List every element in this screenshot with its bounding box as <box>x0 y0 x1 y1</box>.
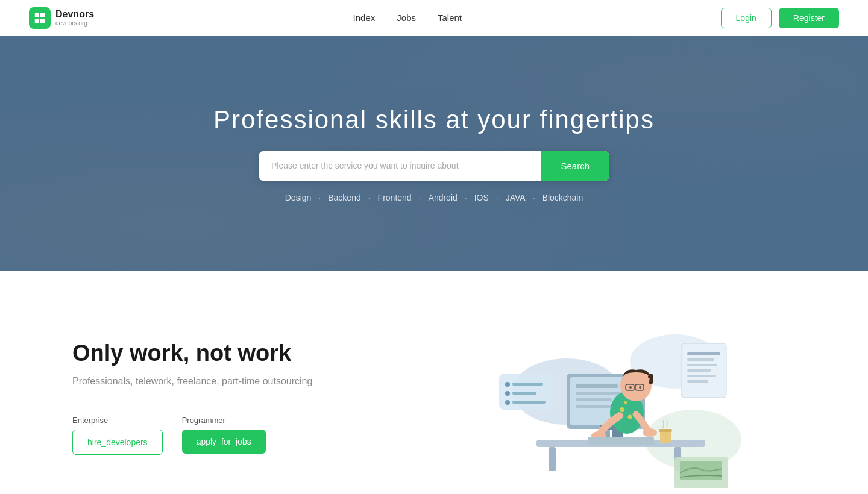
section-ctas: Enterprise hire_developers Programmer ap… <box>72 416 434 455</box>
hero-title: Professional skills at your fingertips <box>0 105 868 134</box>
section-heading: Only work, not work <box>72 340 434 366</box>
svg-rect-2 <box>35 18 39 22</box>
login-button[interactable]: Login <box>721 8 772 28</box>
svg-rect-40 <box>687 369 711 372</box>
programmer-label: Programmer <box>182 416 266 425</box>
tag-java[interactable]: JAVA <box>506 193 526 202</box>
svg-point-48 <box>505 400 510 405</box>
hero-search-bar: Search <box>259 151 609 181</box>
hero-section: Professional skills at your fingertips S… <box>0 36 868 271</box>
enterprise-label: Enterprise <box>72 416 163 425</box>
svg-point-23 <box>628 415 632 419</box>
svg-point-26 <box>643 428 657 437</box>
section-illustration <box>434 307 796 488</box>
svg-point-22 <box>620 407 624 412</box>
apply-for-jobs-button[interactable]: apply_for_jobs <box>182 430 266 454</box>
svg-rect-42 <box>687 380 708 383</box>
svg-point-32 <box>629 386 632 389</box>
svg-point-44 <box>505 382 510 387</box>
logo-domain: devnors.org <box>55 20 94 27</box>
svg-point-46 <box>505 391 510 396</box>
svg-rect-37 <box>687 352 720 355</box>
svg-rect-14 <box>576 384 618 388</box>
svg-rect-38 <box>687 358 714 361</box>
svg-rect-35 <box>659 429 672 432</box>
tag-android[interactable]: Android <box>429 193 458 202</box>
illustration-svg <box>488 307 741 488</box>
section-text: Only work, not work Professionals, telew… <box>72 340 434 455</box>
programmer-cta-group: Programmer apply_for_jobs <box>182 416 266 454</box>
svg-point-24 <box>624 401 627 404</box>
search-button[interactable]: Search <box>541 151 609 181</box>
svg-rect-47 <box>512 392 536 395</box>
nav-links: Index Jobs Talent <box>353 13 462 23</box>
tag-frontend[interactable]: Frontend <box>378 193 412 202</box>
svg-rect-34 <box>660 431 671 443</box>
svg-rect-41 <box>687 375 716 377</box>
svg-rect-0 <box>35 13 39 17</box>
logo-icon <box>29 7 51 29</box>
logo-svg <box>33 11 46 25</box>
hero-tag-list: Design · Backend · Frontend · Android · … <box>0 193 868 202</box>
nav-actions: Login Register <box>721 8 839 28</box>
hero-content: Professional skills at your fingertips S… <box>0 105 868 202</box>
svg-rect-8 <box>549 447 556 471</box>
svg-rect-16 <box>576 398 612 401</box>
svg-point-33 <box>639 386 641 389</box>
svg-rect-1 <box>40 13 45 17</box>
svg-rect-39 <box>687 364 717 366</box>
svg-rect-49 <box>512 401 546 404</box>
logo-text: Devnors devnors.org <box>55 9 94 27</box>
nav-index[interactable]: Index <box>353 13 376 23</box>
register-button[interactable]: Register <box>779 8 839 28</box>
tag-design[interactable]: Design <box>285 193 312 202</box>
tag-ios[interactable]: IOS <box>474 193 489 202</box>
enterprise-cta-group: Enterprise hire_developers <box>72 416 163 455</box>
logo-name: Devnors <box>55 9 94 20</box>
svg-point-28 <box>620 370 652 401</box>
nav-talent[interactable]: Talent <box>438 13 462 23</box>
hire-developers-button[interactable]: hire_developers <box>72 430 163 455</box>
tag-blockchain[interactable]: Blockchain <box>542 193 583 202</box>
tag-backend[interactable]: Backend <box>328 193 360 202</box>
svg-rect-3 <box>40 18 45 22</box>
svg-rect-45 <box>512 383 542 386</box>
nav-jobs[interactable]: Jobs <box>397 13 416 23</box>
svg-rect-27 <box>588 437 654 445</box>
main-section: Only work, not work Professionals, telew… <box>0 271 868 494</box>
navbar: Devnors devnors.org Index Jobs Talent Lo… <box>0 0 868 36</box>
logo[interactable]: Devnors devnors.org <box>29 7 94 29</box>
search-input[interactable] <box>259 151 541 180</box>
section-subheading: Professionals, telework, freelance, part… <box>72 376 434 387</box>
